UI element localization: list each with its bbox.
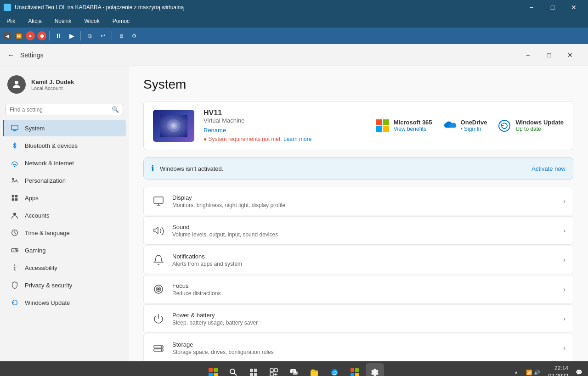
svg-rect-6 <box>12 195 14 197</box>
edge-button[interactable] <box>325 363 344 376</box>
device-services: Microsoft 365 View benefits <box>376 119 564 132</box>
toolbar-btn-pause-circle[interactable]: ◀ <box>3 31 12 40</box>
onedrive-sub: • Sign In <box>461 126 487 132</box>
settings-item-storage[interactable]: Storage Storage space, drives, configura… <box>143 334 573 361</box>
sidebar-item-time[interactable]: Time & language <box>3 224 126 241</box>
device-name: HV11 <box>204 109 367 117</box>
sidebar-label-accounts: Accounts <box>25 212 49 219</box>
taskbar: ∧ 📶 🔊 22:14 02.2022 💬 <box>0 361 588 376</box>
sidebar-item-personalization[interactable]: Personalization <box>3 172 126 189</box>
back-button[interactable]: ← <box>7 51 15 59</box>
device-type: Virtual Machine <box>204 117 367 124</box>
sidebar-label-privacy: Privacy & security <box>25 282 72 289</box>
search-box[interactable]: 🔍 <box>6 104 123 115</box>
power-icon <box>151 311 166 326</box>
settings-minimize-btn[interactable]: − <box>517 48 538 62</box>
search-input[interactable] <box>10 107 109 113</box>
vm-close-btn[interactable]: ✕ <box>563 0 584 15</box>
sidebar-item-accessibility[interactable]: Accessibility <box>3 259 126 276</box>
clock-date: 02.2022 <box>548 372 568 376</box>
vm-maximize-btn[interactable]: □ <box>542 0 563 15</box>
bluetooth-icon <box>10 141 19 150</box>
svg-rect-7 <box>15 195 17 197</box>
settings-window: ← Settings − □ ✕ Kamil J. Dudek Local Ac… <box>0 44 588 361</box>
svg-rect-19 <box>383 119 389 125</box>
activate-now-button[interactable]: Activate now <box>531 165 565 172</box>
settings-close-btn[interactable]: ✕ <box>560 48 581 62</box>
notifications-icon <box>151 253 166 267</box>
sidebar-item-gaming[interactable]: Gaming <box>3 242 126 258</box>
svg-point-32 <box>230 369 235 374</box>
menu-nosnik[interactable]: Nośnik <box>52 17 74 25</box>
menu-plik[interactable]: Plik <box>4 17 18 25</box>
system-clock[interactable]: 22:14 02.2022 <box>545 365 572 376</box>
svg-rect-37 <box>254 373 257 376</box>
settings-item-sound[interactable]: Sound Volume levels, output, input, soun… <box>143 216 573 245</box>
sidebar-item-system[interactable]: System <box>3 120 126 136</box>
settings-taskbar-button[interactable] <box>366 363 384 376</box>
settings-body: Kamil J. Dudek Local Account 🔍 System <box>0 66 588 361</box>
notification-center-btn[interactable]: 💬 <box>574 369 584 376</box>
toolbar-btn-stop-circle[interactable]: ● <box>26 31 35 40</box>
toolbar-btn-usb[interactable]: ⚙ <box>128 30 140 42</box>
sidebar-item-update[interactable]: Windows Update <box>3 294 126 311</box>
display-name: Display <box>172 194 557 201</box>
sidebar-item-apps[interactable]: Apps <box>3 190 126 206</box>
vm-titlebar: Unactivated Ten LOL na KADABRA - połącze… <box>0 0 588 15</box>
file-explorer-button[interactable] <box>305 363 323 376</box>
svg-rect-38 <box>270 369 273 372</box>
focus-info: Focus Reduce distractions <box>172 282 557 297</box>
user-section: Kamil J. Dudek Local Account <box>0 72 129 101</box>
settings-maximize-btn[interactable]: □ <box>538 48 560 62</box>
settings-item-power[interactable]: Power & battery Sleep, battery usage, ba… <box>143 304 573 333</box>
menu-pomoc[interactable]: Pomoc <box>110 17 132 25</box>
menu-widok[interactable]: Widok <box>81 17 102 25</box>
toolbar-btn-vm[interactable]: 🖥 <box>115 30 127 42</box>
svg-rect-9 <box>15 198 17 201</box>
settings-item-notifications[interactable]: Notifications Alerts from apps and syste… <box>143 246 573 274</box>
settings-win-controls: − □ ✕ <box>517 48 581 62</box>
ms365-sub: View benefits <box>394 126 432 132</box>
rename-link[interactable]: Rename <box>204 127 226 134</box>
settings-item-display[interactable]: Display Monitors, brightness, night ligh… <box>143 187 573 215</box>
sidebar-item-bluetooth[interactable]: Bluetooth & devices <box>3 137 126 154</box>
system-icon <box>10 123 19 133</box>
search-button[interactable] <box>224 363 243 376</box>
svg-rect-1 <box>11 125 18 130</box>
show-hidden-icons[interactable]: ∧ <box>511 368 521 376</box>
network-icon <box>10 158 19 168</box>
display-desc: Monitors, brightness, night light, displ… <box>172 202 557 208</box>
activation-banner: ℹ Windows isn't activated. Activate now <box>143 157 573 180</box>
service-winupdate[interactable]: Windows Update Up to date <box>498 119 564 132</box>
sidebar-item-privacy[interactable]: Privacy & security <box>3 277 126 293</box>
toolbar-btn-fwd-circle[interactable]: ⏩ <box>14 31 23 40</box>
vm-title: Unactivated Ten LOL na KADABRA - połącze… <box>15 4 517 11</box>
onedrive-icon <box>443 119 456 132</box>
vm-minimize-btn[interactable]: − <box>521 0 542 15</box>
power-chevron-icon: › <box>563 315 565 322</box>
notifications-desc: Alerts from apps and system <box>172 261 557 267</box>
sidebar-item-network[interactable]: Network & internet <box>3 155 126 171</box>
svg-point-0 <box>15 81 18 84</box>
service-ms365[interactable]: Microsoft 365 View benefits <box>376 119 432 132</box>
service-onedrive[interactable]: OneDrive • Sign In <box>443 119 487 132</box>
teams-button[interactable] <box>285 363 303 376</box>
display-chevron-icon: › <box>563 197 565 205</box>
sidebar-item-accounts[interactable]: Accounts <box>3 207 126 224</box>
toolbar-btn-rec-circle[interactable]: ⏺ <box>37 31 46 40</box>
toolbar-btn-undo[interactable]: ↩ <box>97 30 109 42</box>
widgets-button[interactable] <box>265 363 283 376</box>
user-info: Kamil J. Dudek Local Account <box>31 79 74 91</box>
toolbar-btn-pause[interactable]: ⏸ <box>52 30 64 42</box>
sidebar: Kamil J. Dudek Local Account 🔍 System <box>0 66 129 361</box>
toolbar-btn-play[interactable]: ▶ <box>66 30 78 42</box>
learn-more-link[interactable]: Learn more <box>283 136 311 142</box>
menu-akcja[interactable]: Akcja <box>25 17 44 25</box>
settings-item-focus[interactable]: Focus Reduce distractions › <box>143 275 573 303</box>
start-button[interactable] <box>204 363 222 376</box>
svg-rect-46 <box>355 373 359 376</box>
toolbar-btn-copy[interactable]: ⧉ <box>84 30 96 42</box>
settings-list: Display Monitors, brightness, night ligh… <box>143 187 573 361</box>
task-view-button[interactable] <box>244 363 263 376</box>
store-button[interactable] <box>345 363 364 376</box>
